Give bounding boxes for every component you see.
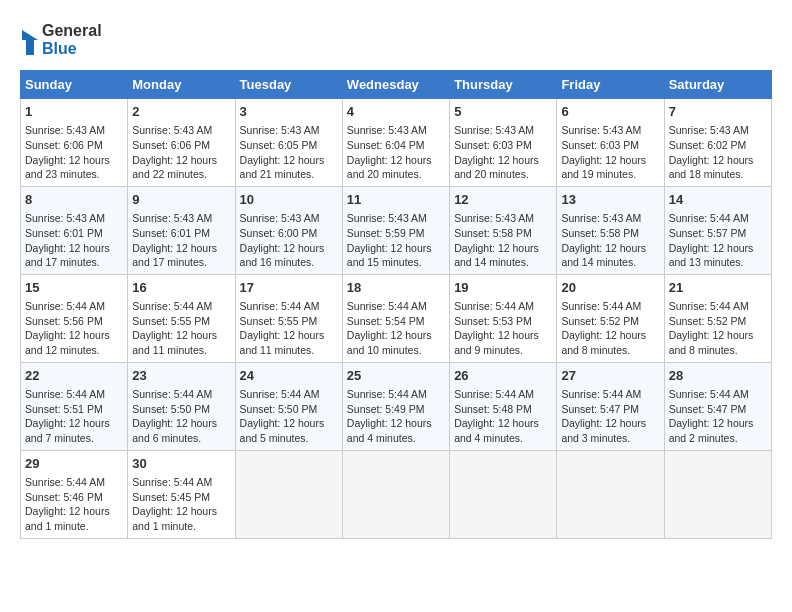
- day-info: Daylight: 12 hours: [669, 241, 767, 256]
- day-info: Daylight: 12 hours: [347, 416, 445, 431]
- col-header-thursday: Thursday: [450, 71, 557, 99]
- day-info: and 8 minutes.: [669, 343, 767, 358]
- day-info: and 13 minutes.: [669, 255, 767, 270]
- day-info: Daylight: 12 hours: [454, 241, 552, 256]
- logo-bird-icon: [20, 20, 40, 60]
- day-info: Sunrise: 5:43 AM: [132, 123, 230, 138]
- calendar-cell: 14Sunrise: 5:44 AMSunset: 5:57 PMDayligh…: [664, 186, 771, 274]
- calendar-cell: 11Sunrise: 5:43 AMSunset: 5:59 PMDayligh…: [342, 186, 449, 274]
- day-info: Daylight: 12 hours: [25, 328, 123, 343]
- calendar-cell: 28Sunrise: 5:44 AMSunset: 5:47 PMDayligh…: [664, 362, 771, 450]
- week-row-3: 15Sunrise: 5:44 AMSunset: 5:56 PMDayligh…: [21, 274, 772, 362]
- day-info: and 23 minutes.: [25, 167, 123, 182]
- day-number: 8: [25, 191, 123, 209]
- day-info: Daylight: 12 hours: [347, 241, 445, 256]
- day-number: 18: [347, 279, 445, 297]
- week-row-1: 1Sunrise: 5:43 AMSunset: 6:06 PMDaylight…: [21, 99, 772, 187]
- day-info: and 1 minute.: [25, 519, 123, 534]
- day-info: and 20 minutes.: [454, 167, 552, 182]
- day-number: 7: [669, 103, 767, 121]
- day-info: Sunrise: 5:44 AM: [132, 475, 230, 490]
- logo-text: GeneralBlue: [42, 22, 102, 57]
- day-info: and 1 minute.: [132, 519, 230, 534]
- day-info: Sunrise: 5:43 AM: [561, 123, 659, 138]
- calendar-cell: 21Sunrise: 5:44 AMSunset: 5:52 PMDayligh…: [664, 274, 771, 362]
- day-info: Sunrise: 5:44 AM: [669, 211, 767, 226]
- day-info: and 21 minutes.: [240, 167, 338, 182]
- day-info: and 3 minutes.: [561, 431, 659, 446]
- day-info: Sunrise: 5:44 AM: [25, 387, 123, 402]
- day-info: and 10 minutes.: [347, 343, 445, 358]
- day-info: Daylight: 12 hours: [454, 328, 552, 343]
- calendar-cell: 15Sunrise: 5:44 AMSunset: 5:56 PMDayligh…: [21, 274, 128, 362]
- week-row-5: 29Sunrise: 5:44 AMSunset: 5:46 PMDayligh…: [21, 450, 772, 538]
- day-info: Sunrise: 5:43 AM: [347, 123, 445, 138]
- col-header-saturday: Saturday: [664, 71, 771, 99]
- calendar-cell: 3Sunrise: 5:43 AMSunset: 6:05 PMDaylight…: [235, 99, 342, 187]
- day-number: 1: [25, 103, 123, 121]
- day-number: 30: [132, 455, 230, 473]
- calendar-cell: 6Sunrise: 5:43 AMSunset: 6:03 PMDaylight…: [557, 99, 664, 187]
- calendar-table: SundayMondayTuesdayWednesdayThursdayFrid…: [20, 70, 772, 539]
- calendar-cell: 30Sunrise: 5:44 AMSunset: 5:45 PMDayligh…: [128, 450, 235, 538]
- day-info: Daylight: 12 hours: [132, 328, 230, 343]
- day-info: Sunrise: 5:44 AM: [669, 299, 767, 314]
- day-number: 2: [132, 103, 230, 121]
- day-info: Daylight: 12 hours: [454, 153, 552, 168]
- day-info: Daylight: 12 hours: [561, 328, 659, 343]
- day-number: 16: [132, 279, 230, 297]
- day-info: Daylight: 12 hours: [25, 241, 123, 256]
- day-info: Sunset: 6:01 PM: [132, 226, 230, 241]
- day-info: Sunrise: 5:44 AM: [132, 387, 230, 402]
- calendar-cell: 1Sunrise: 5:43 AMSunset: 6:06 PMDaylight…: [21, 99, 128, 187]
- day-info: Daylight: 12 hours: [347, 153, 445, 168]
- calendar-cell: 17Sunrise: 5:44 AMSunset: 5:55 PMDayligh…: [235, 274, 342, 362]
- day-info: Sunrise: 5:44 AM: [669, 387, 767, 402]
- day-info: Sunset: 5:50 PM: [240, 402, 338, 417]
- calendar-cell: [557, 450, 664, 538]
- calendar-cell: [450, 450, 557, 538]
- day-number: 20: [561, 279, 659, 297]
- day-info: Daylight: 12 hours: [669, 328, 767, 343]
- calendar-cell: 8Sunrise: 5:43 AMSunset: 6:01 PMDaylight…: [21, 186, 128, 274]
- day-number: 17: [240, 279, 338, 297]
- day-info: Daylight: 12 hours: [669, 153, 767, 168]
- col-header-sunday: Sunday: [21, 71, 128, 99]
- day-info: Sunset: 6:00 PM: [240, 226, 338, 241]
- day-info: Sunset: 6:04 PM: [347, 138, 445, 153]
- col-header-wednesday: Wednesday: [342, 71, 449, 99]
- day-info: Sunset: 5:50 PM: [132, 402, 230, 417]
- day-info: Sunrise: 5:44 AM: [454, 387, 552, 402]
- day-info: and 11 minutes.: [240, 343, 338, 358]
- day-info: Sunrise: 5:43 AM: [132, 211, 230, 226]
- calendar-cell: 22Sunrise: 5:44 AMSunset: 5:51 PMDayligh…: [21, 362, 128, 450]
- day-number: 26: [454, 367, 552, 385]
- day-number: 23: [132, 367, 230, 385]
- day-number: 14: [669, 191, 767, 209]
- day-number: 21: [669, 279, 767, 297]
- day-info: and 15 minutes.: [347, 255, 445, 270]
- logo-general-text: General: [42, 22, 102, 40]
- day-info: Sunrise: 5:43 AM: [454, 211, 552, 226]
- day-info: Sunset: 5:51 PM: [25, 402, 123, 417]
- calendar-cell: 5Sunrise: 5:43 AMSunset: 6:03 PMDaylight…: [450, 99, 557, 187]
- day-info: Sunrise: 5:44 AM: [561, 299, 659, 314]
- day-info: Sunset: 6:03 PM: [561, 138, 659, 153]
- day-number: 11: [347, 191, 445, 209]
- day-info: Sunrise: 5:44 AM: [25, 475, 123, 490]
- calendar-cell: 10Sunrise: 5:43 AMSunset: 6:00 PMDayligh…: [235, 186, 342, 274]
- day-info: Sunrise: 5:43 AM: [561, 211, 659, 226]
- calendar-cell: 9Sunrise: 5:43 AMSunset: 6:01 PMDaylight…: [128, 186, 235, 274]
- day-info: Sunrise: 5:44 AM: [25, 299, 123, 314]
- day-number: 27: [561, 367, 659, 385]
- calendar-cell: [235, 450, 342, 538]
- logo-container: GeneralBlue: [20, 20, 102, 60]
- day-info: Sunset: 5:55 PM: [132, 314, 230, 329]
- day-number: 15: [25, 279, 123, 297]
- day-info: Daylight: 12 hours: [25, 504, 123, 519]
- day-number: 25: [347, 367, 445, 385]
- day-info: Sunset: 5:57 PM: [669, 226, 767, 241]
- day-info: Sunset: 5:45 PM: [132, 490, 230, 505]
- day-info: Daylight: 12 hours: [240, 153, 338, 168]
- day-info: Sunset: 5:46 PM: [25, 490, 123, 505]
